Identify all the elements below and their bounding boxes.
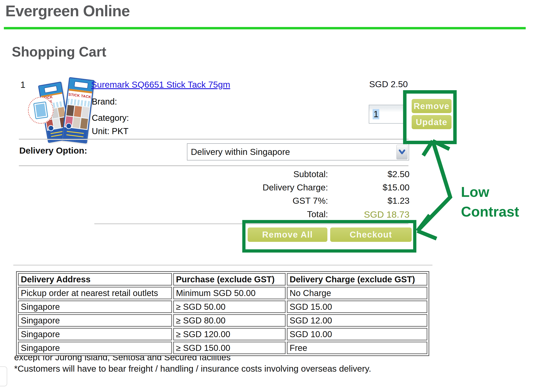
table-header-row: Delivery Address Purchase (exclude GST) … bbox=[18, 273, 427, 285]
delivery-option-label: Delivery Option: bbox=[19, 146, 87, 156]
brand-label: Brand: bbox=[92, 97, 117, 107]
delivery-option-select[interactable]: Delivery within Singapore bbox=[187, 143, 409, 160]
cell-charge: SGD 10.00 bbox=[287, 328, 427, 340]
table-row: Pickup order at nearest retail outlets M… bbox=[18, 287, 427, 299]
cell-purchase: ≥ SGD 150.00 bbox=[173, 342, 286, 354]
section-divider bbox=[19, 165, 408, 166]
delivery-charge-value: $15.00 bbox=[334, 182, 409, 193]
cell-charge: SGD 15.00 bbox=[287, 301, 427, 313]
arrow-left-barb-bottom bbox=[417, 231, 436, 239]
subtotal-label: Subtotal: bbox=[193, 169, 328, 179]
shopping-cart-page: Evergreen Online Shopping Cart 1 STICK T… bbox=[0, 0, 536, 392]
category-label: Category: bbox=[92, 113, 129, 123]
footnote-overseas: *Customers will have to bear freight / h… bbox=[14, 364, 371, 374]
col-header-charge: Delivery Charge (exclude GST) bbox=[287, 273, 427, 285]
cell-charge: No Charge bbox=[287, 287, 427, 299]
arrow-up-barb-left bbox=[423, 141, 433, 155]
subtotal-value: $2.50 bbox=[334, 169, 409, 179]
arrow-left-barb-top bbox=[417, 215, 430, 231]
table-row: Singapore ≥ SGD 120.00 SGD 10.00 bbox=[18, 328, 427, 340]
product-seal-stamp bbox=[28, 97, 54, 124]
remove-button[interactable]: Remove bbox=[412, 99, 451, 113]
table-row: Singapore ≥ SGD 80.00 SGD 12.00 bbox=[18, 314, 427, 327]
product-image[interactable]: STICK TACK STICK TACK bbox=[26, 77, 87, 143]
update-button[interactable]: Update bbox=[412, 115, 451, 129]
quantity-value: 1 bbox=[373, 109, 379, 119]
item-price: SGD 2.50 bbox=[369, 79, 408, 89]
table-row: Singapore ≥ SGD 50.00 SGD 15.00 bbox=[18, 301, 427, 313]
cell-purchase: ≥ SGD 120.00 bbox=[173, 328, 286, 340]
product-pack-front: STICK TACK bbox=[61, 77, 95, 144]
chevron-down-icon[interactable] bbox=[396, 145, 408, 159]
delivery-charge-label: Delivery Charge: bbox=[193, 182, 328, 193]
cell-address: Singapore bbox=[18, 328, 172, 340]
header-divider bbox=[4, 27, 526, 29]
site-title: Evergreen Online bbox=[5, 2, 130, 20]
total-label: Total: bbox=[193, 209, 328, 219]
quantity-input[interactable]: 1 bbox=[369, 105, 405, 124]
table-row: Singapore ≥ SGD 150.00 Free bbox=[18, 342, 427, 354]
cell-charge: Free bbox=[287, 342, 427, 354]
col-header-address: Delivery Address bbox=[18, 273, 172, 285]
cell-address: Singapore bbox=[18, 342, 172, 354]
page-title: Shopping Cart bbox=[12, 44, 106, 60]
gst-value: $1.23 bbox=[334, 196, 409, 206]
row-divider bbox=[19, 139, 408, 140]
cell-purchase: Minimum SGD 50.00 bbox=[173, 287, 286, 299]
unit-label: Unit: PKT bbox=[92, 126, 128, 136]
arrow-shaft bbox=[417, 140, 450, 231]
total-value: SGD 18.73 bbox=[334, 209, 409, 220]
delivery-rates-table: Delivery Address Purchase (exclude GST) … bbox=[16, 271, 429, 356]
low-contrast-label-line2: Contrast bbox=[461, 204, 519, 220]
cell-address: Pickup order at nearest retail outlets bbox=[18, 287, 172, 299]
arrow-up-barb-right bbox=[433, 141, 449, 149]
cell-address: Singapore bbox=[18, 314, 172, 327]
checkout-button[interactable]: Checkout bbox=[330, 228, 412, 242]
cell-purchase: ≥ SGD 50.00 bbox=[173, 301, 286, 313]
gst-label: GST 7%: bbox=[193, 196, 328, 206]
delivery-option-value: Delivery within Singapore bbox=[187, 147, 290, 157]
remove-all-button[interactable]: Remove All bbox=[248, 228, 327, 242]
table-top-divider bbox=[13, 265, 432, 266]
col-header-purchase: Purchase (exclude GST) bbox=[173, 273, 286, 285]
cell-purchase: ≥ SGD 80.00 bbox=[173, 314, 286, 327]
totals-divider bbox=[94, 224, 408, 224]
product-link[interactable]: Suremark SQ6651 Stick Tack 75gm bbox=[91, 80, 230, 90]
cell-address: Singapore bbox=[18, 301, 172, 313]
item-number: 1 bbox=[20, 80, 25, 90]
partial-element-bottom-left bbox=[0, 366, 7, 387]
cell-charge: SGD 12.00 bbox=[287, 314, 427, 327]
low-contrast-label-line1: Low bbox=[461, 184, 489, 200]
